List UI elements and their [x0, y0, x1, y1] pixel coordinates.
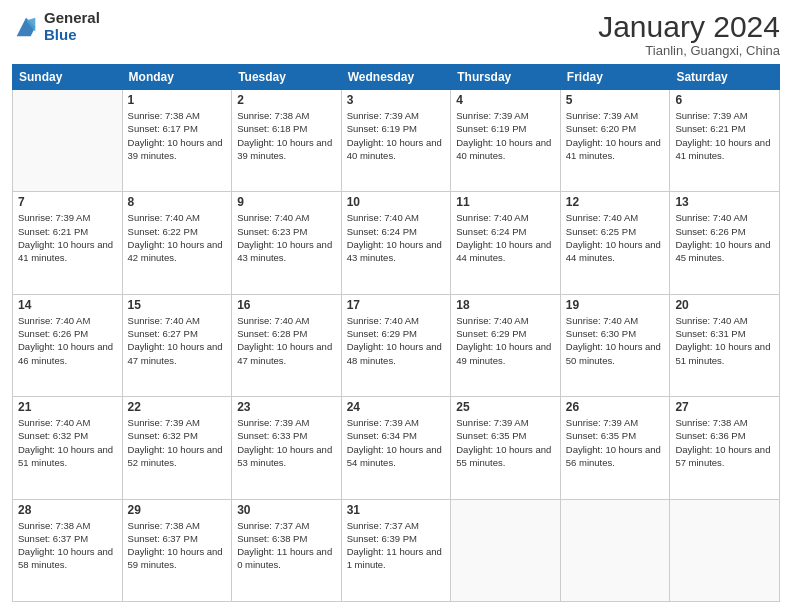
page: General Blue January 2024 Tianlin, Guang…	[0, 0, 792, 612]
calendar-cell: 18Sunrise: 7:40 AMSunset: 6:29 PMDayligh…	[451, 294, 561, 396]
day-info: Sunrise: 7:37 AMSunset: 6:39 PMDaylight:…	[347, 519, 446, 572]
calendar-cell: 20Sunrise: 7:40 AMSunset: 6:31 PMDayligh…	[670, 294, 780, 396]
logo: General Blue	[12, 10, 100, 43]
day-info: Sunrise: 7:38 AMSunset: 6:37 PMDaylight:…	[128, 519, 227, 572]
calendar-cell: 28Sunrise: 7:38 AMSunset: 6:37 PMDayligh…	[13, 499, 123, 601]
logo-icon	[12, 13, 40, 41]
day-number: 10	[347, 195, 446, 209]
calendar-week-row-3: 21Sunrise: 7:40 AMSunset: 6:32 PMDayligh…	[13, 397, 780, 499]
day-info: Sunrise: 7:40 AMSunset: 6:32 PMDaylight:…	[18, 416, 117, 469]
day-number: 29	[128, 503, 227, 517]
day-info: Sunrise: 7:39 AMSunset: 6:32 PMDaylight:…	[128, 416, 227, 469]
day-number: 14	[18, 298, 117, 312]
day-number: 4	[456, 93, 555, 107]
day-number: 18	[456, 298, 555, 312]
calendar-cell: 14Sunrise: 7:40 AMSunset: 6:26 PMDayligh…	[13, 294, 123, 396]
header-thursday: Thursday	[451, 65, 561, 90]
day-number: 20	[675, 298, 774, 312]
calendar-cell: 22Sunrise: 7:39 AMSunset: 6:32 PMDayligh…	[122, 397, 232, 499]
header-monday: Monday	[122, 65, 232, 90]
header-friday: Friday	[560, 65, 670, 90]
day-number: 12	[566, 195, 665, 209]
weekday-header-row: Sunday Monday Tuesday Wednesday Thursday…	[13, 65, 780, 90]
logo-text: General Blue	[44, 10, 100, 43]
day-info: Sunrise: 7:40 AMSunset: 6:24 PMDaylight:…	[347, 211, 446, 264]
calendar-cell: 29Sunrise: 7:38 AMSunset: 6:37 PMDayligh…	[122, 499, 232, 601]
calendar-cell: 10Sunrise: 7:40 AMSunset: 6:24 PMDayligh…	[341, 192, 451, 294]
logo-blue-text: Blue	[44, 27, 100, 44]
header-sunday: Sunday	[13, 65, 123, 90]
calendar-cell: 19Sunrise: 7:40 AMSunset: 6:30 PMDayligh…	[560, 294, 670, 396]
calendar-cell	[451, 499, 561, 601]
day-number: 8	[128, 195, 227, 209]
day-info: Sunrise: 7:40 AMSunset: 6:24 PMDaylight:…	[456, 211, 555, 264]
day-info: Sunrise: 7:40 AMSunset: 6:29 PMDaylight:…	[456, 314, 555, 367]
day-number: 24	[347, 400, 446, 414]
month-year-title: January 2024	[598, 10, 780, 43]
calendar-cell: 11Sunrise: 7:40 AMSunset: 6:24 PMDayligh…	[451, 192, 561, 294]
calendar-week-row-1: 7Sunrise: 7:39 AMSunset: 6:21 PMDaylight…	[13, 192, 780, 294]
day-info: Sunrise: 7:37 AMSunset: 6:38 PMDaylight:…	[237, 519, 336, 572]
title-block: January 2024 Tianlin, Guangxi, China	[598, 10, 780, 58]
calendar-cell: 21Sunrise: 7:40 AMSunset: 6:32 PMDayligh…	[13, 397, 123, 499]
calendar-cell	[670, 499, 780, 601]
calendar-cell: 30Sunrise: 7:37 AMSunset: 6:38 PMDayligh…	[232, 499, 342, 601]
day-info: Sunrise: 7:40 AMSunset: 6:31 PMDaylight:…	[675, 314, 774, 367]
day-info: Sunrise: 7:38 AMSunset: 6:37 PMDaylight:…	[18, 519, 117, 572]
day-number: 26	[566, 400, 665, 414]
calendar-cell: 2Sunrise: 7:38 AMSunset: 6:18 PMDaylight…	[232, 90, 342, 192]
day-info: Sunrise: 7:40 AMSunset: 6:25 PMDaylight:…	[566, 211, 665, 264]
calendar-cell: 5Sunrise: 7:39 AMSunset: 6:20 PMDaylight…	[560, 90, 670, 192]
calendar-cell: 15Sunrise: 7:40 AMSunset: 6:27 PMDayligh…	[122, 294, 232, 396]
day-info: Sunrise: 7:40 AMSunset: 6:22 PMDaylight:…	[128, 211, 227, 264]
calendar-cell: 27Sunrise: 7:38 AMSunset: 6:36 PMDayligh…	[670, 397, 780, 499]
day-number: 21	[18, 400, 117, 414]
calendar-week-row-4: 28Sunrise: 7:38 AMSunset: 6:37 PMDayligh…	[13, 499, 780, 601]
day-info: Sunrise: 7:40 AMSunset: 6:26 PMDaylight:…	[18, 314, 117, 367]
day-number: 28	[18, 503, 117, 517]
day-number: 17	[347, 298, 446, 312]
calendar-cell: 24Sunrise: 7:39 AMSunset: 6:34 PMDayligh…	[341, 397, 451, 499]
calendar-cell: 12Sunrise: 7:40 AMSunset: 6:25 PMDayligh…	[560, 192, 670, 294]
day-info: Sunrise: 7:38 AMSunset: 6:36 PMDaylight:…	[675, 416, 774, 469]
calendar-cell: 23Sunrise: 7:39 AMSunset: 6:33 PMDayligh…	[232, 397, 342, 499]
calendar-week-row-2: 14Sunrise: 7:40 AMSunset: 6:26 PMDayligh…	[13, 294, 780, 396]
day-number: 13	[675, 195, 774, 209]
day-number: 31	[347, 503, 446, 517]
day-info: Sunrise: 7:39 AMSunset: 6:34 PMDaylight:…	[347, 416, 446, 469]
calendar-cell: 1Sunrise: 7:38 AMSunset: 6:17 PMDaylight…	[122, 90, 232, 192]
calendar-cell: 4Sunrise: 7:39 AMSunset: 6:19 PMDaylight…	[451, 90, 561, 192]
day-number: 7	[18, 195, 117, 209]
calendar-cell: 16Sunrise: 7:40 AMSunset: 6:28 PMDayligh…	[232, 294, 342, 396]
day-number: 1	[128, 93, 227, 107]
day-number: 15	[128, 298, 227, 312]
day-info: Sunrise: 7:39 AMSunset: 6:19 PMDaylight:…	[347, 109, 446, 162]
calendar-cell: 8Sunrise: 7:40 AMSunset: 6:22 PMDaylight…	[122, 192, 232, 294]
day-number: 9	[237, 195, 336, 209]
calendar-cell	[560, 499, 670, 601]
day-info: Sunrise: 7:38 AMSunset: 6:18 PMDaylight:…	[237, 109, 336, 162]
location-text: Tianlin, Guangxi, China	[598, 43, 780, 58]
day-info: Sunrise: 7:39 AMSunset: 6:33 PMDaylight:…	[237, 416, 336, 469]
day-info: Sunrise: 7:39 AMSunset: 6:35 PMDaylight:…	[566, 416, 665, 469]
header: General Blue January 2024 Tianlin, Guang…	[12, 10, 780, 58]
day-number: 30	[237, 503, 336, 517]
day-info: Sunrise: 7:40 AMSunset: 6:27 PMDaylight:…	[128, 314, 227, 367]
calendar-cell: 31Sunrise: 7:37 AMSunset: 6:39 PMDayligh…	[341, 499, 451, 601]
day-number: 16	[237, 298, 336, 312]
header-tuesday: Tuesday	[232, 65, 342, 90]
header-saturday: Saturday	[670, 65, 780, 90]
day-info: Sunrise: 7:39 AMSunset: 6:19 PMDaylight:…	[456, 109, 555, 162]
header-wednesday: Wednesday	[341, 65, 451, 90]
calendar-cell: 25Sunrise: 7:39 AMSunset: 6:35 PMDayligh…	[451, 397, 561, 499]
day-number: 27	[675, 400, 774, 414]
calendar-cell: 3Sunrise: 7:39 AMSunset: 6:19 PMDaylight…	[341, 90, 451, 192]
calendar-cell: 6Sunrise: 7:39 AMSunset: 6:21 PMDaylight…	[670, 90, 780, 192]
day-number: 6	[675, 93, 774, 107]
day-number: 23	[237, 400, 336, 414]
calendar-cell: 17Sunrise: 7:40 AMSunset: 6:29 PMDayligh…	[341, 294, 451, 396]
day-number: 25	[456, 400, 555, 414]
day-number: 19	[566, 298, 665, 312]
calendar-cell: 13Sunrise: 7:40 AMSunset: 6:26 PMDayligh…	[670, 192, 780, 294]
logo-general-text: General	[44, 10, 100, 27]
